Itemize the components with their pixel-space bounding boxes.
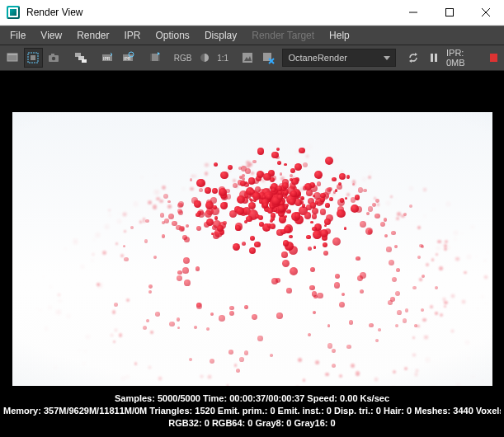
menu-display[interactable]: Display <box>198 28 243 43</box>
menu-file[interactable]: File <box>3 28 32 43</box>
rgb-channel-button[interactable]: RGB <box>172 49 194 67</box>
svg-marker-30 <box>409 59 412 63</box>
record-indicator-icon <box>490 54 497 62</box>
render-region-icon[interactable] <box>24 48 43 68</box>
snapshot-icon[interactable] <box>45 48 64 68</box>
alpha-channel-icon[interactable] <box>195 48 214 68</box>
maximize-button[interactable] <box>431 0 468 25</box>
status-line-3: RGB32: 0 RGB64: 0 Gray8: 0 Gray16: 0 <box>3 417 501 430</box>
status-bar: Samples: 5000/5000 Time: 00:00:37/00:00:… <box>0 391 504 431</box>
ipr-sync-icon[interactable] <box>403 48 422 68</box>
renderer-dropdown[interactable]: OctaneRender <box>282 49 395 67</box>
ipr-refresh-icon[interactable]: IPR <box>119 48 138 68</box>
status-line-2: Memory: 357M/9629M/11811M/0M Triangles: … <box>3 405 501 417</box>
app-logo <box>7 6 20 19</box>
svg-rect-20 <box>150 54 152 61</box>
menu-ipr[interactable]: IPR <box>118 28 148 43</box>
minimize-button[interactable] <box>395 0 431 25</box>
menu-help[interactable]: Help <box>323 28 356 43</box>
svg-rect-23 <box>243 53 252 63</box>
svg-rect-10 <box>51 54 54 55</box>
close-button[interactable] <box>468 0 504 25</box>
svg-rect-32 <box>435 54 437 62</box>
redo-render-icon[interactable] <box>3 48 22 68</box>
menu-bar: File View Render IPR Options Display Ren… <box>0 26 504 45</box>
ipr-memory-label: IPR: 0MB <box>446 48 483 68</box>
render-sequence-icon[interactable] <box>145 48 164 68</box>
svg-rect-21 <box>158 54 160 61</box>
toolbar: IPR IPR RGB 1:1 OctaneRender IPR: 0MB <box>0 45 504 71</box>
svg-point-9 <box>52 57 55 60</box>
ipr-pause-icon[interactable] <box>424 48 443 68</box>
remove-image-icon[interactable] <box>259 48 278 68</box>
svg-rect-5 <box>7 54 17 55</box>
renderer-selected-label: OctaneRender <box>288 53 347 63</box>
chevron-down-icon <box>384 53 390 63</box>
window-title: Render View <box>26 7 395 18</box>
svg-marker-29 <box>415 53 417 56</box>
ipr-start-icon[interactable]: IPR <box>98 48 117 68</box>
title-bar: Render View <box>0 0 504 26</box>
menu-view[interactable]: View <box>34 28 68 43</box>
svg-rect-31 <box>431 54 433 62</box>
real-size-button[interactable]: 1:1 <box>215 49 230 67</box>
svg-text:IPR: IPR <box>103 56 111 61</box>
menu-options[interactable]: Options <box>149 28 196 43</box>
svg-rect-13 <box>82 59 87 63</box>
menu-render[interactable]: Render <box>70 28 115 43</box>
svg-rect-1 <box>446 9 454 16</box>
status-line-1: Samples: 5000/5000 Time: 00:00:37/00:00:… <box>3 392 501 405</box>
svg-rect-7 <box>31 55 35 60</box>
viewport <box>0 71 504 391</box>
keep-image-icon[interactable] <box>71 48 90 68</box>
menu-render-target: Render Target <box>245 28 321 43</box>
rendered-image[interactable] <box>12 112 492 386</box>
display-image-icon[interactable] <box>238 48 257 68</box>
svg-marker-28 <box>384 56 390 60</box>
window-controls <box>395 0 504 25</box>
